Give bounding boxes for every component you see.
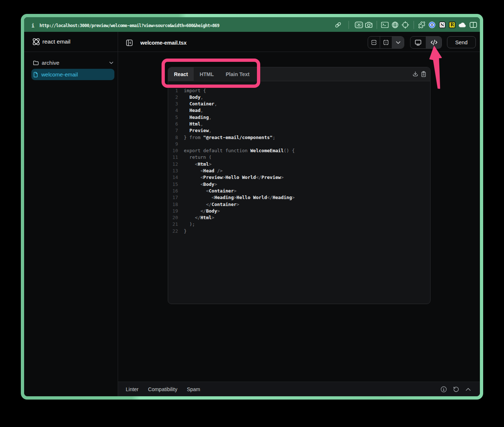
code-line: 3 Container,: [168, 101, 430, 107]
code-line: 17 <Heading>Hello World</Heading>: [168, 194, 430, 201]
folder-label: archive: [42, 60, 59, 66]
code-line: 9: [168, 141, 430, 147]
globe-icon[interactable]: [392, 22, 399, 29]
toolbar-separator: [349, 21, 349, 29]
toolbar-separator: [377, 21, 377, 29]
bottom-bar: Linter Compatibility Spam: [118, 382, 480, 396]
code-line: 15 <Body>: [168, 181, 430, 188]
folder-icon: [33, 60, 39, 66]
sidebar-folder-archive[interactable]: archive: [31, 57, 114, 68]
code-editor[interactable]: 1import {2 Body,3 Container,4 Head,5 Hea…: [168, 81, 430, 304]
desktop-view-button[interactable]: [410, 37, 426, 48]
send-button[interactable]: Send: [447, 36, 476, 48]
code-line: 6 Html,: [168, 121, 430, 127]
terminal-icon[interactable]: [381, 22, 389, 28]
url-text[interactable]: http://localhost:3000/preview/welcome-em…: [39, 23, 219, 28]
sidebar-list: archive welcome-email: [24, 52, 118, 80]
chevron-down-icon[interactable]: [109, 61, 113, 64]
onepassword-icon[interactable]: [429, 22, 436, 29]
crosshair-icon[interactable]: [402, 21, 409, 29]
react-email-logo-icon: [32, 37, 41, 46]
extensions-puzzle-icon[interactable]: [418, 21, 425, 29]
code-line: 5 Heading,: [168, 114, 430, 121]
code-line: 16 <Container>: [168, 188, 430, 194]
brand-row[interactable]: react email: [24, 32, 118, 52]
sidebar: react email archive: [24, 32, 118, 396]
download-button[interactable]: [412, 71, 418, 77]
code-line: 7 Preview,: [168, 127, 430, 134]
tab-spam[interactable]: Spam: [187, 386, 200, 392]
page-title: welcome-email.tsx: [140, 40, 186, 46]
code-line: 14 <Preview>Hello World</Preview>: [168, 174, 430, 181]
tab-compatibility[interactable]: Compatibility: [148, 386, 177, 392]
code-line: 22}: [168, 228, 430, 235]
brand-label: react email: [42, 38, 71, 45]
toolbar-separator: [414, 21, 414, 29]
content-area: React HTML Plain Text: [118, 52, 480, 382]
code-line: 2 Body,: [168, 94, 430, 101]
code-line: 4 Head,: [168, 107, 430, 114]
copy-clipboard-button[interactable]: [421, 71, 427, 77]
code-line: 11 return (: [168, 154, 430, 161]
resize-width-button[interactable]: [368, 37, 380, 48]
title-group: welcome-email.tsx: [126, 40, 186, 46]
r-extension-icon[interactable]: R: [449, 22, 455, 28]
split-view-icon[interactable]: [470, 22, 477, 28]
link-icon[interactable]: [335, 22, 341, 28]
svg-text:N: N: [440, 22, 444, 27]
annotation-highlight-rect: [162, 59, 260, 88]
viewport-size-control: [368, 36, 404, 49]
code-line: 21 );: [168, 221, 430, 228]
tab-linter[interactable]: Linter: [126, 386, 139, 392]
code-line: 10export default function WelcomeEmail()…: [168, 147, 430, 154]
code-line: 18 </Container>: [168, 201, 430, 208]
code-line: 13 <Head />: [168, 168, 430, 174]
camera-icon[interactable]: [365, 22, 373, 29]
chevron-up-icon[interactable]: [466, 387, 471, 391]
svg-text:R: R: [450, 22, 454, 27]
info-glyph: i: [31, 23, 34, 29]
media-icon[interactable]: [355, 22, 363, 29]
browser-url-bar[interactable]: i http://localhost:3000/preview/welcome-…: [24, 17, 480, 32]
code-line: 1import {: [168, 87, 430, 94]
cloud-icon[interactable]: [459, 22, 466, 28]
code-line: 19 </Body>: [168, 208, 430, 214]
file-label: welcome-email: [41, 71, 78, 78]
info-circle-icon[interactable]: [440, 386, 447, 393]
code-line: 8} from "@react-email/components";: [168, 134, 430, 141]
main-header: welcome-email.tsx: [118, 32, 480, 52]
file-icon: [33, 72, 38, 78]
notion-icon[interactable]: N: [439, 22, 446, 29]
viewport-dropdown-button[interactable]: [392, 37, 404, 48]
code-line: 20 </Html>: [168, 214, 430, 221]
sidebar-toggle-icon[interactable]: [126, 40, 133, 46]
annotation-arrow: [428, 44, 444, 91]
source-code-panel: React HTML Plain Text: [168, 67, 431, 304]
resize-height-button[interactable]: [380, 37, 392, 48]
sidebar-item-welcome-email[interactable]: welcome-email: [31, 69, 114, 80]
reset-rotate-icon[interactable]: [453, 386, 459, 392]
code-line: 12 <Html>: [168, 161, 430, 168]
